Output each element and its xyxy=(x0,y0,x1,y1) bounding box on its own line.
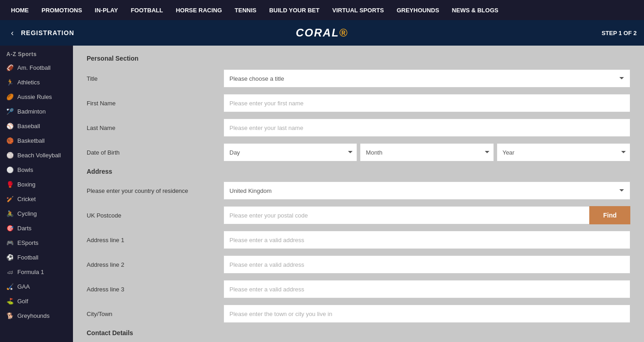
sidebar-item-badminton[interactable]: 🏸 Badminton xyxy=(0,104,73,119)
address2-label: Address line 2 xyxy=(87,261,223,268)
nav-greyhounds[interactable]: GREYHOUNDS xyxy=(390,0,446,20)
aussie-rules-icon: 🏉 xyxy=(6,93,14,100)
city-label: City/Town xyxy=(87,311,223,317)
nav-newsblogs[interactable]: NEWS & BLOGS xyxy=(446,0,505,20)
address-section-title: Address xyxy=(87,168,630,175)
sidebar-item-bowls[interactable]: ⚪ Bowls xyxy=(0,162,73,177)
title-select[interactable]: Please choose a title Mr Mrs Miss Ms Dr xyxy=(223,69,630,88)
country-row: Please enter your country of residence U… xyxy=(87,181,630,200)
lastname-input[interactable] xyxy=(223,119,630,137)
postcode-input[interactable] xyxy=(223,206,589,224)
sidebar-item-aussie-rules[interactable]: 🏉 Aussie Rules xyxy=(0,89,73,104)
sidebar-item-cycling[interactable]: 🚴 Cycling xyxy=(0,206,73,221)
lastname-label: Last Name xyxy=(87,124,223,131)
basketball-icon: 🏀 xyxy=(6,137,14,144)
nav-promotions[interactable]: PROMOTIONS xyxy=(35,0,88,20)
am-football-icon: 🏈 xyxy=(6,64,14,71)
sidebar-item-boxing[interactable]: 🥊 Boxing xyxy=(0,177,73,192)
sidebar-label-football: Football xyxy=(17,254,38,261)
coral-logo: CORAL® xyxy=(296,26,348,39)
address2-input[interactable] xyxy=(223,255,630,274)
firstname-input[interactable] xyxy=(223,94,630,112)
registration-title: REGISTRATION xyxy=(21,29,74,36)
sidebar-item-am-football[interactable]: 🏈 Am. Football xyxy=(0,60,73,75)
sidebar-item-greyhounds[interactable]: 🐕 Greyhounds xyxy=(0,308,73,323)
darts-icon: 🎯 xyxy=(6,224,14,232)
nav-football[interactable]: FOOTBALL xyxy=(125,0,170,20)
sidebar-label-am-football: Am. Football xyxy=(17,64,51,71)
sidebar-label-basketball: Basketball xyxy=(17,137,45,144)
sidebar-label-baseball: Baseball xyxy=(17,123,40,130)
dob-row: Date of Birth Day Month Year xyxy=(87,143,630,161)
step-indicator: STEP 1 OF 2 xyxy=(602,30,637,36)
sidebar-item-golf[interactable]: ⛳ Golf xyxy=(0,294,73,308)
sidebar-heading: A-Z Sports xyxy=(0,46,73,60)
sidebar-label-athletics: Athletics xyxy=(17,79,40,86)
top-navigation: HOME PROMOTIONS IN-PLAY FOOTBALL HORSE R… xyxy=(0,0,644,20)
esports-icon: 🎮 xyxy=(6,239,14,246)
sidebar-item-football[interactable]: ⚽ Football xyxy=(0,250,73,264)
boxing-icon: 🥊 xyxy=(6,181,14,188)
country-select[interactable]: United Kingdom xyxy=(223,181,630,200)
sidebar-label-golf: Golf xyxy=(17,298,28,305)
nav-virtualsports[interactable]: VIRTUAL SPORTS xyxy=(326,0,390,20)
address1-label: Address line 1 xyxy=(87,237,223,244)
football-icon: ⚽ xyxy=(6,254,14,261)
dob-day-select[interactable]: Day xyxy=(223,143,357,161)
sidebar-item-basketball[interactable]: 🏀 Basketball xyxy=(0,133,73,148)
title-row: Title Please choose a title Mr Mrs Miss … xyxy=(87,69,630,88)
sidebar-item-beach-volleyball[interactable]: 🏐 Beach Volleyball xyxy=(0,148,73,162)
city-row: City/Town xyxy=(87,305,630,323)
postcode-row: UK Postcode Find xyxy=(87,206,630,224)
contact-section-title: Contact Details xyxy=(87,329,630,337)
address1-input[interactable] xyxy=(223,231,630,249)
registration-header: ‹ REGISTRATION CORAL® STEP 1 OF 2 xyxy=(0,20,644,46)
dob-label: Date of Birth xyxy=(87,149,223,156)
back-button[interactable]: ‹ xyxy=(7,26,17,40)
address3-label: Address line 3 xyxy=(87,286,223,293)
sidebar-item-esports[interactable]: 🎮 ESports xyxy=(0,235,73,250)
sidebar-label-darts: Darts xyxy=(17,225,31,232)
cricket-icon: 🏏 xyxy=(6,195,14,202)
sidebar: A-Z Sports 🏈 Am. Football 🏃 Athletics 🏉 … xyxy=(0,46,73,342)
nav-home[interactable]: HOME xyxy=(5,0,35,20)
firstname-label: First Name xyxy=(87,100,223,107)
sidebar-label-cricket: Cricket xyxy=(17,196,36,202)
dob-month-select[interactable]: Month xyxy=(360,143,493,161)
sidebar-label-beach-volleyball: Beach Volleyball xyxy=(17,152,61,159)
nav-horseracing[interactable]: HORSE RACING xyxy=(169,0,228,20)
content-area: Personal Section Title Please choose a t… xyxy=(73,46,644,342)
sidebar-item-darts[interactable]: 🎯 Darts xyxy=(0,221,73,235)
main-layout: A-Z Sports 🏈 Am. Football 🏃 Athletics 🏉 … xyxy=(0,46,644,342)
title-label: Title xyxy=(87,75,223,82)
find-button[interactable]: Find xyxy=(589,206,630,224)
sidebar-label-gaa: GAA xyxy=(17,283,30,290)
cycling-icon: 🚴 xyxy=(6,210,14,217)
greyhounds-icon: 🐕 xyxy=(6,312,14,319)
nav-inplay[interactable]: IN-PLAY xyxy=(88,0,125,20)
dob-year-select[interactable]: Year xyxy=(497,143,630,161)
sidebar-item-gaa[interactable]: 🏑 GAA xyxy=(0,279,73,294)
gaa-icon: 🏑 xyxy=(6,283,14,290)
address1-row: Address line 1 xyxy=(87,231,630,249)
golf-icon: ⛳ xyxy=(6,297,14,305)
sidebar-item-cricket[interactable]: 🏏 Cricket xyxy=(0,192,73,206)
sidebar-label-boxing: Boxing xyxy=(17,181,36,188)
nav-buildyourbet[interactable]: BUILD YOUR BET xyxy=(263,0,326,20)
country-label: Please enter your country of residence xyxy=(87,187,223,194)
nav-tennis[interactable]: TENNIS xyxy=(229,0,263,20)
sidebar-label-badminton: Badminton xyxy=(17,108,46,115)
address3-input[interactable] xyxy=(223,280,630,298)
city-input[interactable] xyxy=(223,305,630,323)
address2-row: Address line 2 xyxy=(87,255,630,274)
formula1-icon: 🏎 xyxy=(6,268,14,275)
sidebar-item-baseball[interactable]: ⚾ Baseball xyxy=(0,119,73,133)
sidebar-label-cycling: Cycling xyxy=(17,210,37,217)
sidebar-label-aussie-rules: Aussie Rules xyxy=(17,93,52,100)
postcode-label: UK Postcode xyxy=(87,212,223,219)
sidebar-item-athletics[interactable]: 🏃 Athletics xyxy=(0,75,73,89)
sidebar-label-esports: ESports xyxy=(17,239,38,246)
dob-selects: Day Month Year xyxy=(223,143,630,161)
sidebar-label-greyhounds: Greyhounds xyxy=(17,312,50,319)
sidebar-item-formula1[interactable]: 🏎 Formula 1 xyxy=(0,264,73,279)
